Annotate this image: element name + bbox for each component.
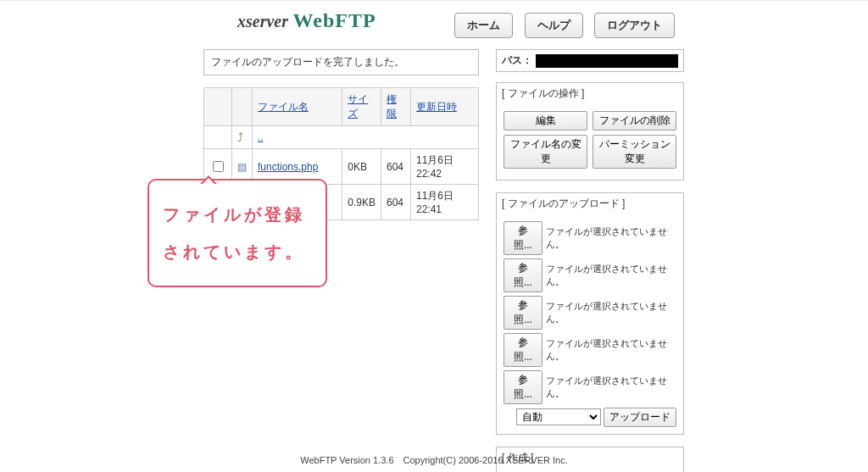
browse-button[interactable]: 参照...: [504, 221, 542, 255]
file-perm: 604: [381, 185, 411, 220]
col-filename[interactable]: ファイル名: [258, 101, 309, 113]
logo-xserver: xserver: [237, 12, 288, 31]
upload-button[interactable]: アップロード: [604, 408, 676, 427]
file-ops-title: [ ファイルの操作 ]: [497, 83, 683, 104]
file-size: 0.9KB: [342, 185, 381, 220]
file-size: 0KB: [342, 149, 381, 185]
file-updated: 11月6日 22:42: [411, 149, 479, 185]
path-box: パス：: [496, 49, 684, 72]
callout-file-registered: ファイルが登録されています。: [147, 179, 327, 287]
delete-button[interactable]: ファイルの削除: [593, 111, 676, 130]
folder-up-icon: ⤴: [237, 130, 243, 144]
help-button[interactable]: ヘルプ: [525, 13, 583, 38]
parent-dir-link[interactable]: ..: [258, 131, 264, 143]
footer-text: WebFTP Version 1.3.6 Copyright(C) 2006-2…: [0, 454, 868, 467]
upload-title: [ ファイルのアップロード ]: [497, 193, 683, 214]
chmod-button[interactable]: パーミッション変更: [593, 135, 676, 169]
file-updated: 11月6日 22:41: [411, 185, 479, 220]
browse-button[interactable]: 参照...: [504, 333, 542, 367]
logo-webftp: WebFTP: [293, 9, 376, 31]
upload-panel: [ ファイルのアップロード ] 参照...ファイルが選択されていません。 参照.…: [496, 192, 684, 435]
file-icon: ▤: [237, 161, 247, 173]
home-button[interactable]: ホーム: [454, 13, 513, 38]
no-file-text: ファイルが選択されていません。: [546, 375, 676, 400]
logo: xserver WebFTP: [237, 9, 376, 32]
browse-button[interactable]: 参照...: [504, 296, 542, 330]
path-value: [536, 54, 678, 68]
file-ops-panel: [ ファイルの操作 ] 編集 ファイルの削除 ファイル名の変更 パーミッション変…: [496, 82, 684, 180]
col-checkbox: [204, 88, 232, 126]
file-link[interactable]: functions.php: [258, 161, 318, 173]
edit-button[interactable]: 編集: [504, 111, 587, 130]
browse-button[interactable]: 参照...: [504, 370, 542, 404]
no-file-text: ファイルが選択されていません。: [546, 225, 676, 251]
file-perm: 604: [381, 149, 411, 185]
upload-encoding-select[interactable]: 自動: [516, 408, 601, 425]
col-perm[interactable]: 権限: [387, 93, 397, 119]
col-icon: [232, 88, 253, 126]
logout-button[interactable]: ログアウト: [594, 13, 675, 38]
rename-button[interactable]: ファイル名の変更: [504, 135, 587, 169]
no-file-text: ファイルが選択されていません。: [546, 337, 676, 363]
browse-button[interactable]: 参照...: [504, 258, 542, 292]
no-file-text: ファイルが選択されていません。: [546, 300, 676, 325]
col-updated[interactable]: 更新日時: [416, 101, 457, 113]
upload-complete-message: ファイルのアップロードを完了しました。: [203, 49, 479, 75]
path-label: パス：: [502, 53, 532, 68]
no-file-text: ファイルが選択されていません。: [546, 263, 676, 288]
col-size[interactable]: サイズ: [348, 93, 368, 119]
parent-dir-row[interactable]: ⤴ ..: [204, 126, 479, 149]
